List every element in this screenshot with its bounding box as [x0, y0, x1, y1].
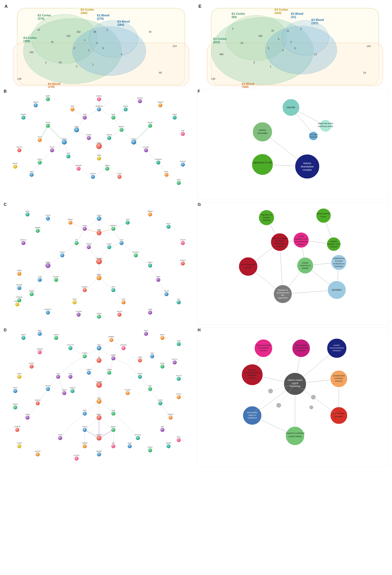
venn-a-svg: E2 Cortex (376) E3 Cortex (399) E2 Blood… — [4, 6, 194, 88]
panel-a: A E2 Cortex (376) E3 Cortex (399) — [2, 2, 196, 88]
svg-text:INGPTL3: INGPTL3 — [21, 239, 26, 240]
svg-point-112 — [70, 107, 75, 111]
svg-text:MBG41: MBG41 — [97, 274, 102, 275]
svg-text:GMP: GMP — [181, 130, 184, 131]
svg-point-132 — [50, 148, 54, 152]
svg-text:regulation of ion: regulation of ion — [327, 243, 340, 245]
svg-line-300 — [114, 358, 128, 364]
svg-text:transmembrane: transmembrane — [330, 347, 344, 349]
svg-point-447 — [70, 389, 75, 393]
svg-text:21: 21 — [287, 29, 289, 32]
svg-text:FCRLB: FCRLB — [25, 414, 30, 415]
svg-point-211 — [111, 227, 115, 231]
svg-point-223 — [75, 241, 79, 245]
svg-point-235 — [46, 263, 50, 268]
svg-point-152 — [91, 175, 95, 179]
svg-text:24: 24 — [241, 42, 243, 45]
svg-point-134 — [67, 154, 70, 158]
svg-text:MTMR3: MTMR3 — [82, 352, 87, 354]
svg-line-87 — [40, 150, 52, 163]
svg-text:process: process — [249, 377, 256, 379]
svg-line-83 — [122, 130, 134, 142]
svg-point-383 — [136, 436, 140, 440]
svg-point-367 — [83, 411, 87, 416]
svg-text:PRCM5: PRCM5 — [148, 122, 153, 123]
svg-text:DVCH1: DVCH1 — [131, 138, 136, 140]
svg-text:ULRAS: ULRAS — [82, 225, 87, 226]
network-b-svg: TNFRSF1A RELB TLR9 FBX018 SFPi1 SHP320 R… — [3, 89, 195, 199]
svg-line-301 — [70, 356, 85, 364]
svg-line-198 — [48, 265, 56, 280]
svg-point-162 — [34, 103, 38, 107]
svg-text:IL6: IL6 — [98, 357, 100, 358]
svg-text:regulation of: regulation of — [278, 289, 288, 291]
svg-text:TLC0548: TLC0548 — [76, 311, 82, 312]
svg-text:FCGR2B: FCGR2B — [96, 381, 102, 383]
svg-line-102 — [40, 126, 48, 140]
svg-point-142 — [131, 140, 136, 144]
svg-point-154 — [105, 167, 109, 171]
svg-text:HCKTEZ: HCKTEZ — [35, 451, 41, 452]
venn-a: E2 Cortex (376) E3 Cortex (399) E2 Blood… — [4, 6, 194, 88]
svg-text:0: 0 — [96, 42, 98, 45]
svg-point-369 — [111, 411, 115, 416]
svg-text:ALCPC2: ALCPC2 — [172, 359, 177, 360]
svg-point-124 — [96, 143, 102, 149]
svg-point-339 — [109, 338, 114, 342]
svg-text:region of: region of — [248, 414, 256, 416]
svg-line-191 — [136, 255, 150, 265]
svg-text:NREC3: NREC3 — [148, 262, 153, 263]
svg-text:process: process — [260, 349, 267, 352]
svg-text:UBE3A: UBE3A — [105, 165, 110, 166]
svg-text:DUB1: DUB1 — [128, 442, 132, 444]
svg-text:deacetylase: deacetylase — [301, 165, 314, 168]
svg-text:E3 Blood: E3 Blood — [117, 20, 130, 23]
svg-line-317 — [70, 413, 85, 426]
svg-text:CTBE1: CTBE1 — [138, 357, 142, 358]
svg-point-233 — [134, 253, 138, 257]
svg-point-415 — [173, 360, 177, 364]
svg-point-219 — [97, 230, 102, 235]
svg-line-92 — [107, 169, 119, 177]
svg-text:NCOA7: NCOA7 — [176, 393, 181, 395]
panel-c: C — [2, 201, 196, 327]
svg-text:PIOC3C: PIOC3C — [29, 363, 34, 364]
panel-d-label: D — [4, 328, 6, 332]
svg-point-365 — [158, 401, 162, 405]
svg-point-359 — [97, 399, 102, 404]
svg-line-303 — [128, 364, 140, 377]
svg-text:MS4A2: MS4A2 — [62, 389, 67, 391]
svg-text:3: 3 — [232, 27, 233, 30]
svg-text:CNDH: CNDH — [156, 276, 160, 277]
svg-text:(162): (162) — [275, 11, 281, 15]
svg-text:NCLFB3: NCLFB3 — [53, 276, 59, 277]
svg-point-423 — [15, 428, 20, 432]
svg-text:PDI44: PDI44 — [97, 229, 101, 230]
svg-text:POLO3: POLO3 — [50, 146, 54, 148]
svg-line-309 — [48, 377, 58, 389]
svg-text:64: 64 — [93, 30, 96, 33]
svg-point-209 — [97, 216, 101, 221]
svg-text:VPS378: VPS378 — [180, 239, 185, 240]
svg-point-389 — [97, 436, 102, 440]
svg-text:plasticity: plasticity — [263, 219, 270, 221]
svg-text:protein folding: protein folding — [289, 435, 301, 437]
svg-text:DGAE2: DGAE2 — [148, 446, 153, 448]
svg-text:of protein: of protein — [335, 260, 343, 262]
svg-line-298 — [111, 340, 124, 348]
svg-text:SN33: SN33 — [150, 352, 154, 354]
svg-text:0: 0 — [282, 49, 283, 52]
svg-text:FBX018: FBX018 — [123, 105, 128, 107]
svg-text:SEC2MD: SEC2MD — [16, 284, 22, 286]
svg-line-324 — [85, 418, 99, 430]
svg-text:TINP2: TINP2 — [97, 397, 101, 399]
svg-text:(278): (278) — [48, 85, 55, 88]
svg-point-221 — [119, 241, 124, 245]
svg-text:LAMPEP: LAMPEP — [82, 442, 88, 444]
svg-point-146 — [156, 161, 161, 165]
svg-point-283 — [177, 300, 181, 304]
svg-text:CTS5: CTS5 — [67, 152, 70, 154]
svg-line-329 — [99, 430, 114, 438]
svg-line-94 — [158, 163, 167, 175]
svg-text:LAMPEP: LAMPEP — [96, 451, 102, 452]
